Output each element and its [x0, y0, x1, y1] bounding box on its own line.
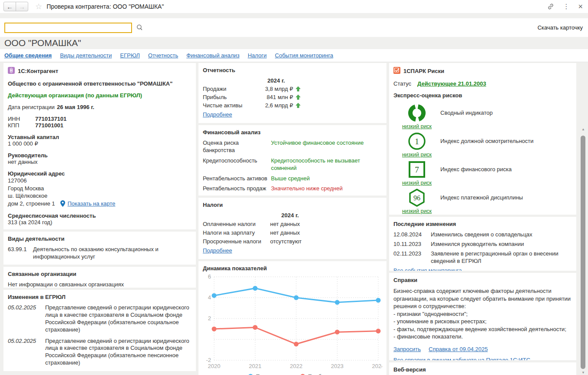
taxes-label: Оплаченные налоги: [203, 221, 270, 227]
address-line: 127006: [8, 177, 192, 185]
indicator-label: Индекс платежной дисциплины: [440, 188, 572, 214]
svg-text:1: 1: [415, 137, 419, 146]
scroll-up-icon[interactable]: ▲: [580, 127, 587, 131]
latest-changes-panel: Последние изменения 12.08.2024 Изменилис…: [389, 217, 576, 271]
indicator-label: Сводный индикатор: [440, 103, 572, 129]
svg-text:2021: 2021: [249, 363, 261, 369]
tab-taxes[interactable]: Налоги: [248, 52, 267, 59]
payment-discipline-hexagon-icon: 96: [393, 188, 440, 208]
svg-text:-2: -2: [206, 357, 211, 363]
risk-level-link[interactable]: низкий риск: [402, 123, 432, 129]
indicators-chart: 642-220202021202220232024ПродажиПрибыль: [203, 273, 382, 375]
headcount-label: Среднесписочная численность: [8, 212, 192, 219]
latest-changes-title: Последние изменения: [393, 221, 572, 227]
close-icon[interactable]: ×: [578, 2, 583, 11]
scrollbar-thumb[interactable]: [581, 136, 585, 369]
certificates-intro: Бизнес-справка содержит ключевые факторы…: [393, 287, 572, 310]
tab-monitoring[interactable]: События мониторинга: [275, 52, 333, 59]
taxes-value: нет данных: [270, 221, 300, 227]
tab-activities[interactable]: Виды деятельности: [60, 52, 112, 59]
search-icon[interactable]: [136, 24, 143, 31]
download-card-link[interactable]: Скачать карточку: [538, 24, 583, 31]
address-line: Город Москва: [8, 185, 192, 192]
contragent-section-title: 1С:Контрагент: [18, 68, 58, 74]
scroll-down-icon[interactable]: ▼: [580, 371, 587, 375]
fin-analysis-row: Рентабельность активов Выше средней: [203, 175, 382, 183]
svg-text:96: 96: [413, 194, 420, 202]
reporting-more-link[interactable]: Подробнее: [203, 111, 382, 118]
more-menu-icon[interactable]: ⋮: [563, 3, 569, 10]
monitoring-date: 12.08.2024: [393, 231, 431, 239]
egrul-change-text: Представление сведений о регистрации юри…: [45, 304, 192, 334]
chart-title: Динамика показателей: [203, 265, 382, 272]
tab-reporting[interactable]: Отчетность: [148, 52, 178, 59]
tab-egrul[interactable]: ЕГРЮЛ: [120, 52, 140, 59]
egrul-changes-panel: Изменения в ЕГРЮЛ 05.02.2025 Представлен…: [3, 290, 196, 371]
address-label: Юридический адрес: [8, 170, 192, 177]
request-certificate-link[interactable]: Запросить: [393, 346, 421, 352]
search-input[interactable]: [4, 23, 132, 33]
reporting-label: Чистые активы: [203, 102, 259, 109]
svg-text:4: 4: [208, 294, 211, 301]
monitoring-row: 02.11.2023 Заявление в регистрационный о…: [393, 250, 572, 265]
egrul-change-row: 05.02.2025 Представление сведений о реги…: [8, 338, 192, 367]
svg-text:2: 2: [208, 315, 211, 322]
reporting-value: 3,8 млрд ₽: [259, 86, 293, 92]
web-version-panel: Веб-версия: [389, 362, 576, 375]
certificate-date-link[interactable]: Справка от 09.04.2025: [429, 346, 488, 352]
middle-column: Отчетность 2024 г. Продажи 3,8 млрд ₽ Пр…: [198, 63, 386, 375]
fin-analysis-value: Выше средней: [271, 175, 310, 183]
fin-analysis-label: Оценка риска банкротства: [203, 139, 271, 154]
status-value-link[interactable]: Действующее 21.01.2003: [417, 80, 486, 87]
monitoring-row: 12.08.2024 Изменились сведения о совладе…: [393, 231, 572, 239]
egrul-change-date: 05.02.2025: [8, 338, 45, 367]
tab-fin-analysis[interactable]: Финансовый анализ: [186, 52, 239, 59]
title-bar: ← → ☆ Проверка контрагента: ООО "РОМАШКА…: [0, 0, 588, 13]
dynamics-chart-panel: Динамика показателей 642-220202021202220…: [198, 261, 386, 375]
reporting-title: Отчетность: [203, 67, 382, 73]
activities-panel: Виды деятельности 63.99.1 Деятельность п…: [3, 232, 196, 265]
taxes-more-link[interactable]: Подробнее: [203, 247, 382, 254]
vertical-scrollbar[interactable]: ▲ ▼: [580, 126, 587, 375]
egrul-change-row: 09.11.2023 Изменение сведений о юридичес…: [8, 371, 192, 371]
related-orgs-title: Связанные организации: [8, 271, 192, 277]
fin-analysis-label: Рентабельность активов: [203, 175, 271, 183]
indicator-label: Индекс финансового риска: [440, 159, 572, 186]
fin-analysis-title: Финансовый анализ: [203, 129, 382, 136]
map-pin-icon: [60, 200, 65, 207]
reporting-row: Продажи 3,8 млрд ₽: [203, 86, 382, 92]
spark-risks-panel: 1СПАРК Риски Статус Действующее 21.01.20…: [389, 63, 576, 215]
all-activities-link[interactable]: Все виды деятельности (26): [8, 264, 192, 265]
forward-button[interactable]: →: [16, 2, 28, 11]
svg-text:7: 7: [415, 165, 419, 174]
portal-certificates-link[interactable]: Все справки в личном кабинете на Портале…: [393, 357, 572, 360]
monitoring-date: 02.11.2023: [393, 250, 431, 265]
favorite-star-icon[interactable]: ☆: [35, 2, 42, 11]
all-monitoring-events-link[interactable]: Все события мониторинга: [393, 267, 572, 271]
nav-buttons: ← →: [3, 2, 28, 11]
risk-indicator-row: 96 низкий риск Индекс платежной дисципли…: [393, 188, 572, 214]
activity-code: 63.99.1: [8, 246, 33, 261]
reporting-year: 2024 г.: [259, 77, 293, 84]
back-button[interactable]: ←: [4, 2, 16, 11]
taxes-label: Просроченные налоги: [203, 238, 270, 245]
taxes-title: Налоги: [203, 202, 382, 208]
svg-text:Прибыль: Прибыль: [308, 373, 332, 375]
related-orgs-panel: Связанные организации Нет информации о с…: [3, 267, 196, 288]
fin-analysis-label: Рентабельность продаж: [203, 185, 271, 192]
spark-service-icon: [393, 67, 400, 75]
risk-level-link[interactable]: низкий риск: [402, 180, 432, 186]
related-orgs-empty-text: Нет информации о связанных организациях: [8, 281, 192, 288]
express-risks-title: Экспресс-оценка рисков: [393, 92, 572, 99]
tab-general[interactable]: Общие сведения: [4, 52, 52, 59]
risk-level-link[interactable]: низкий риск: [402, 208, 432, 214]
toolbar: Скачать карточку: [0, 18, 588, 37]
risk-level-link[interactable]: низкий риск: [402, 152, 432, 158]
svg-text:2023: 2023: [331, 363, 344, 369]
monitoring-text: Изменились сведения о совладельцах: [431, 231, 572, 239]
fin-analysis-value: Кредитоспособность не вызывает сомнений: [271, 157, 382, 172]
get-link-icon[interactable]: [547, 3, 554, 10]
activity-description: Деятельность по оказанию консультационны…: [33, 246, 192, 261]
window-title: Проверка контрагента: ООО "РОМАШКА": [46, 3, 164, 10]
show-on-map-link[interactable]: Показать на карте: [67, 200, 115, 208]
